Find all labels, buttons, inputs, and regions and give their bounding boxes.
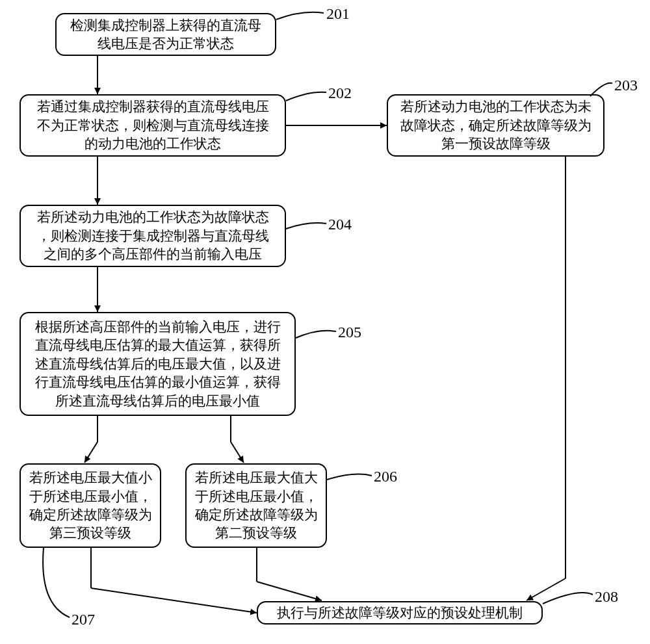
flow-text-207: 若所述电压最大值小 于所述电压最小值， 确定所述故障等级为 第三预设等级: [29, 469, 152, 542]
flow-box-206: 若所述电压最大值大 于所述电压最小值， 确定所述故障等级为 第二预设等级: [185, 463, 327, 548]
label-206: 206: [374, 468, 397, 485]
label-207: 207: [72, 611, 95, 628]
label-202: 202: [328, 84, 352, 102]
flow-text-203: 若所述动力电池的工作状态为未 故障状态，确定所述故障等级为 第一预设故障等级: [400, 97, 592, 153]
flow-text-202: 若通过集成控制器获得的直流母线电压 不为正常状态，则检测与直流母线连接 的动力电…: [37, 97, 269, 153]
label-208: 208: [595, 588, 618, 606]
flow-box-203: 若所述动力电池的工作状态为未 故障状态，确定所述故障等级为 第一预设故障等级: [387, 94, 604, 157]
flow-text-206: 若所述电压最大值大 于所述电压最小值， 确定所述故障等级为 第二预设等级: [195, 469, 318, 542]
flow-box-202: 若通过集成控制器获得的直流母线电压 不为正常状态，则检测与直流母线连接 的动力电…: [20, 94, 286, 157]
flow-text-204: 若所述动力电池的工作状态为故障状态 ，则检测连接于集成控制器与直流母线 之间的多…: [37, 208, 269, 263]
flow-box-207: 若所述电压最大值小 于所述电压最小值， 确定所述故障等级为 第三预设等级: [20, 463, 161, 548]
label-201: 201: [326, 5, 350, 23]
flow-box-204: 若所述动力电池的工作状态为故障状态 ，则检测连接于集成控制器与直流母线 之间的多…: [20, 205, 286, 267]
flow-box-208: 执行与所述故障等级对应的预设处理机制: [257, 601, 543, 625]
flow-box-205: 根据所述高压部件的当前输入电压，进行 直流母线电压估算的最大值运算，获得所 述直…: [20, 312, 296, 416]
label-205: 205: [338, 324, 361, 341]
flow-text-208: 执行与所述故障等级对应的预设处理机制: [277, 604, 523, 622]
svg-line-4: [84, 442, 98, 463]
flow-text-201: 检测集成控制器上获得的直流母 线电压是否为正常状态: [70, 16, 261, 53]
flow-text-205: 根据所述高压部件的当前输入电压，进行 直流母线电压估算的最大值运算，获得所 述直…: [35, 318, 281, 410]
svg-line-11: [257, 582, 322, 600]
flow-box-201: 检测集成控制器上获得的直流母 线电压是否为正常状态: [55, 13, 276, 56]
svg-line-9: [526, 578, 566, 600]
svg-line-13: [91, 588, 257, 613]
label-203: 203: [614, 77, 638, 94]
label-204: 204: [328, 216, 352, 233]
svg-line-6: [231, 442, 244, 463]
